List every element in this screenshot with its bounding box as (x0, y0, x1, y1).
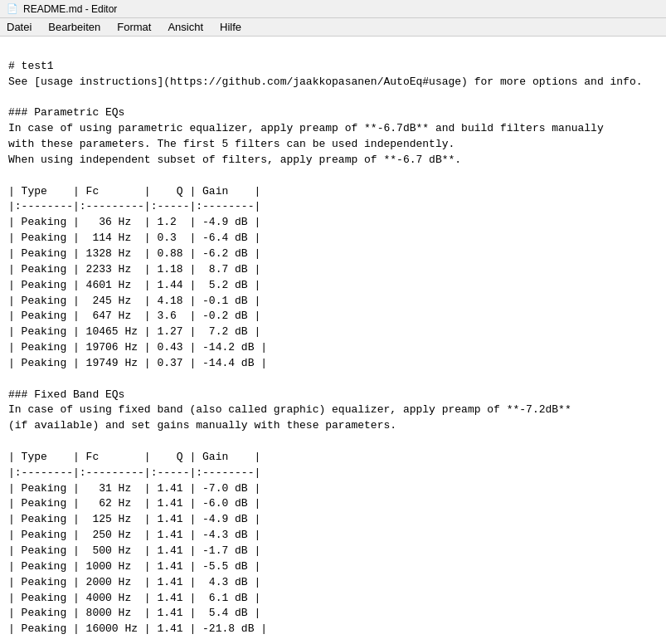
editor-line: | Peaking | 500 Hz | 1.41 | -1.7 dB | (8, 544, 658, 559)
editor-line: In case of using fixed band (also called… (8, 402, 658, 418)
editor-line: | Peaking | 250 Hz | 1.41 | -4.3 dB | (8, 528, 658, 544)
editor-line: | Peaking | 2233 Hz | 1.18 | 8.7 dB | (8, 262, 658, 278)
title-bar-icon: 📄 (7, 3, 18, 14)
editor-line: ### Parametric EQs (8, 105, 658, 121)
editor-line: | Peaking | 31 Hz | 1.41 | -7.0 dB | (8, 481, 658, 497)
editor-line: | Peaking | 4000 Hz | 1.41 | 6.1 dB | (8, 591, 658, 607)
menu-format[interactable]: Format (114, 20, 154, 34)
menu-hilfe[interactable]: Hilfe (216, 20, 245, 34)
editor-line (8, 372, 658, 388)
editor-line: | Peaking | 19706 Hz | 0.43 | -14.2 dB | (8, 340, 658, 356)
editor-line: | Peaking | 8000 Hz | 1.41 | 5.4 dB | (8, 606, 658, 622)
menu-bar: Datei Bearbeiten Format Ansicht Hilfe (0, 18, 666, 37)
editor-line: See [usage instructions](https://github.… (8, 75, 658, 90)
editor-line: | Peaking | 2000 Hz | 1.41 | 4.3 dB | (8, 575, 658, 591)
editor-line (8, 434, 658, 450)
editor-line: When using independent subset of filters… (8, 153, 658, 168)
editor-line (8, 168, 658, 184)
editor-line (8, 90, 658, 106)
editor-line: | Peaking | 36 Hz | 1.2 | -4.9 dB | (8, 215, 658, 231)
editor-content: # test1See [usage instructions](https://… (0, 37, 666, 644)
editor-line: # test1 (8, 59, 658, 75)
editor-line: | Peaking | 647 Hz | 3.6 | -0.2 dB | (8, 309, 658, 324)
editor-line: | Peaking | 19749 Hz | 0.37 | -14.4 dB | (8, 356, 658, 372)
menu-ansicht[interactable]: Ansicht (164, 20, 207, 34)
editor-line: | Peaking | 1328 Hz | 0.88 | -6.2 dB | (8, 246, 658, 262)
editor-line: | Peaking | 4601 Hz | 1.44 | 5.2 dB | (8, 278, 658, 294)
editor-line: ### Fixed Band EQs (8, 388, 658, 403)
title-bar-text: README.md - Editor (23, 3, 117, 15)
editor-line (8, 637, 658, 644)
editor-line: | Peaking | 245 Hz | 4.18 | -0.1 dB | (8, 294, 658, 310)
menu-bearbeiten[interactable]: Bearbeiten (45, 20, 104, 34)
editor-line: In case of using parametric equalizer, a… (8, 121, 658, 137)
editor-line: |:--------|:---------|:-----|:--------| (8, 466, 658, 481)
editor-line: | Type | Fc | Q | Gain | (8, 450, 658, 466)
editor-line: | Peaking | 16000 Hz | 1.41 | -21.8 dB | (8, 622, 658, 637)
editor-line: (if available) and set gains manually wi… (8, 418, 658, 434)
editor-line: | Peaking | 62 Hz | 1.41 | -6.0 dB | (8, 496, 658, 512)
menu-datei[interactable]: Datei (3, 20, 35, 34)
editor-line: | Type | Fc | Q | Gain | (8, 184, 658, 200)
editor-line: with these parameters. The first 5 filte… (8, 137, 658, 153)
title-bar: 📄 README.md - Editor (0, 0, 666, 18)
editor-line: | Peaking | 114 Hz | 0.3 | -6.4 dB | (8, 231, 658, 246)
editor-line: | Peaking | 10465 Hz | 1.27 | 7.2 dB | (8, 324, 658, 340)
editor-line: | Peaking | 1000 Hz | 1.41 | -5.5 dB | (8, 559, 658, 575)
editor-line: |:--------|:---------|:-----|:--------| (8, 199, 658, 215)
editor-line: | Peaking | 125 Hz | 1.41 | -4.9 dB | (8, 512, 658, 528)
